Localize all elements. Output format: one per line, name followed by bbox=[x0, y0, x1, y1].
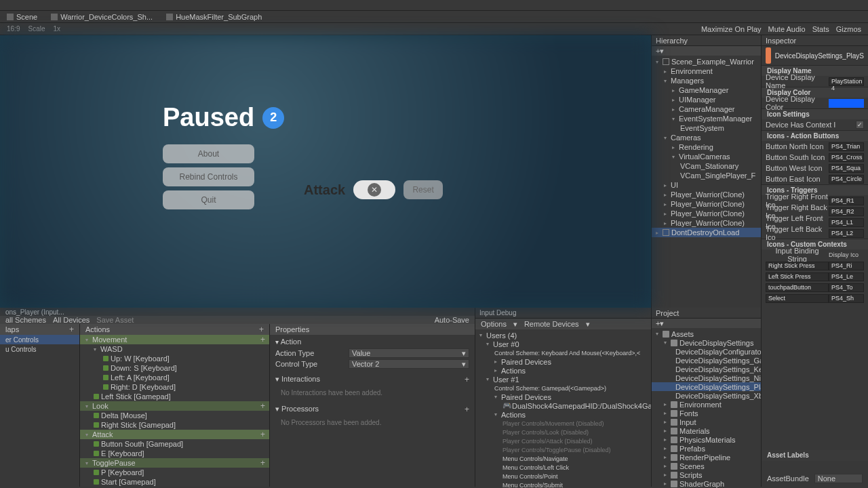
project-toolbar[interactable]: +▾ bbox=[652, 319, 761, 328]
btn-west-field[interactable]: PS4_Squa bbox=[829, 164, 864, 173]
project-folder[interactable]: ▸Scripts bbox=[652, 470, 761, 479]
hierarchy-item[interactable]: EventSystem bbox=[652, 123, 761, 133]
debug-paired[interactable]: ▸Paired Devices bbox=[475, 357, 651, 366]
binding-item[interactable]: Down: S [Keyboard] bbox=[80, 363, 269, 373]
hierarchy-item[interactable]: ▸Rendering bbox=[652, 142, 761, 152]
display-name-field[interactable]: PlayStation 4 bbox=[829, 77, 864, 86]
project-asset[interactable]: DeviceDisplaySettings_Play bbox=[652, 382, 761, 391]
project-folder[interactable]: ▸Scenes bbox=[652, 462, 761, 470]
tab-warrior[interactable]: Warrior_DeviceColors_Sh... bbox=[44, 12, 159, 22]
project-folder[interactable]: ▾DeviceDisplaySettings bbox=[652, 338, 761, 347]
btn-north-field[interactable]: PS4_Trian bbox=[829, 142, 864, 151]
schemes-dropdown[interactable]: all Schemes bbox=[5, 316, 46, 324]
debug-actions[interactable]: ▸Actions bbox=[475, 366, 651, 375]
debug-action[interactable]: Menu Controls/Navigate bbox=[475, 454, 651, 463]
project-folder[interactable]: ▸ShaderGraph bbox=[652, 479, 761, 488]
display-color-swatch[interactable] bbox=[829, 99, 864, 108]
asset-bundle-dropdown[interactable]: None bbox=[814, 474, 863, 483]
action-section[interactable]: ▾ Action bbox=[275, 338, 469, 346]
maximize-toggle[interactable]: Maximize On Play bbox=[701, 25, 762, 33]
hierarchy-item[interactable]: VCam_Stationary bbox=[652, 161, 761, 171]
debug-user[interactable]: ▾User #1 bbox=[475, 375, 651, 384]
trig-lb-field[interactable]: PS4_L2 bbox=[829, 229, 864, 238]
hierarchy-item[interactable]: VCam_SinglePlayer_F bbox=[652, 171, 761, 180]
mute-toggle[interactable]: Mute Audio bbox=[768, 25, 806, 33]
debug-action[interactable]: Player Controls/TogglePause (Disabled) bbox=[475, 445, 651, 454]
project-folder[interactable]: ▸Prefabs bbox=[652, 444, 761, 453]
attack-binding[interactable]: ✕ bbox=[353, 180, 395, 199]
project-asset[interactable]: DeviceDisplaySettings_Key bbox=[652, 365, 761, 373]
hierarchy-item[interactable]: ▸Player_Warrior(Clone) bbox=[652, 190, 761, 199]
hierarchy-item[interactable]: ▸Player_Warrior(Clone) bbox=[652, 218, 761, 228]
autosave-toggle[interactable]: Auto-Save bbox=[435, 316, 469, 324]
hierarchy-toolbar[interactable]: +▾ bbox=[652, 46, 761, 56]
touch-field[interactable]: PS4_To bbox=[829, 283, 864, 292]
remote-devices-dropdown[interactable]: Remote Devices bbox=[524, 320, 579, 328]
project-folder[interactable]: ▾Assets bbox=[652, 329, 761, 338]
debug-action[interactable]: Player Controls/Movement (Disabled) bbox=[475, 419, 651, 428]
select-label[interactable]: Select bbox=[766, 294, 829, 303]
debug-action[interactable]: Menu Controls/Submit bbox=[475, 481, 651, 488]
binding-item[interactable]: Button South [Gamepad] bbox=[80, 439, 269, 449]
tab-huemask[interactable]: HueMaskFilter_SubGraph bbox=[159, 12, 269, 22]
binding-item[interactable]: Start [Gamepad] bbox=[80, 477, 269, 487]
action-map[interactable]: er Controls bbox=[0, 335, 79, 344]
binding-item[interactable]: Right Stick [Gamepad] bbox=[80, 420, 269, 430]
processors-section[interactable]: ▾ Processors+ bbox=[275, 405, 469, 414]
select-field[interactable]: PS4_Sh bbox=[829, 294, 864, 303]
rebind-button[interactable]: Rebind Controls bbox=[163, 167, 254, 186]
hierarchy-item[interactable]: ▸UIManager bbox=[652, 95, 761, 104]
about-button[interactable]: About bbox=[163, 144, 254, 163]
btn-east-field[interactable]: PS4_Circle bbox=[829, 175, 864, 184]
add-binding-button[interactable]: + bbox=[260, 458, 265, 468]
trig-lf-field[interactable]: PS4_L1 bbox=[829, 218, 864, 227]
quit-button[interactable]: Quit bbox=[163, 190, 254, 209]
project-asset[interactable]: DeviceDisplaySettings_Xbo bbox=[652, 391, 761, 400]
action-item[interactable]: ▾Look+ bbox=[80, 401, 269, 411]
add-binding-button[interactable]: + bbox=[260, 430, 265, 439]
debug-action[interactable]: Player Controls/Look (Disabled) bbox=[475, 428, 651, 436]
add-interaction-button[interactable]: + bbox=[465, 375, 469, 384]
lsp-label[interactable]: Left Stick Press bbox=[766, 272, 829, 281]
add-binding-button[interactable]: + bbox=[260, 401, 265, 411]
game-view[interactable]: Paused 2 About Rebind Controls Quit Atta… bbox=[0, 35, 651, 308]
scale-value[interactable]: 1x bbox=[53, 25, 60, 33]
stats-button[interactable]: Stats bbox=[812, 25, 829, 33]
debug-device[interactable]: 🎮DualShock4GamepadHID:/DualShock4Gamepa bbox=[475, 401, 651, 410]
project-asset[interactable]: DeviceDisplaySettings_Nint bbox=[652, 373, 761, 382]
action-map[interactable]: u Controls bbox=[0, 344, 79, 354]
action-item[interactable]: ▾Movement+ bbox=[80, 335, 269, 344]
hierarchy-item[interactable]: ▾EventSystemManager bbox=[652, 114, 761, 123]
action-item[interactable]: ▾TogglePause+ bbox=[80, 458, 269, 468]
has-context-checkbox[interactable] bbox=[856, 121, 864, 129]
reset-button[interactable]: Reset bbox=[403, 180, 443, 199]
interactions-section[interactable]: ▾ Interactions+ bbox=[275, 375, 469, 384]
hierarchy-item[interactable]: ▸GameManager bbox=[652, 85, 761, 95]
binding-item[interactable]: Left Stick [Gamepad] bbox=[80, 392, 269, 401]
project-folder[interactable]: ▸Input bbox=[652, 418, 761, 426]
hierarchy-item[interactable]: ▾Cameras bbox=[652, 133, 761, 142]
hierarchy-item[interactable]: ▸Player_Warrior(Clone) bbox=[652, 209, 761, 218]
debug-action[interactable]: Menu Controls/Left Click bbox=[475, 463, 651, 472]
hierarchy-item[interactable]: ▸UI bbox=[652, 180, 761, 190]
lsp-field[interactable]: PS4_Le bbox=[829, 272, 864, 281]
project-folder[interactable]: ▸Environment bbox=[652, 400, 761, 409]
touch-label[interactable]: touchpadButton bbox=[766, 283, 829, 292]
binding-item[interactable]: Up: W [Keyboard] bbox=[80, 354, 269, 363]
binding-item[interactable]: P [Keyboard] bbox=[80, 468, 269, 477]
debug-paired[interactable]: ▾Paired Devices bbox=[475, 392, 651, 401]
binding-item[interactable]: E [Keyboard] bbox=[80, 449, 269, 458]
add-map-button[interactable]: + bbox=[69, 325, 74, 334]
hierarchy-item[interactable]: ▸Player_Warrior(Clone) bbox=[652, 199, 761, 209]
binding-item[interactable]: Delta [Mouse] bbox=[80, 411, 269, 420]
action-item[interactable]: ▾Attack+ bbox=[80, 430, 269, 439]
debug-action[interactable]: Menu Controls/Point bbox=[475, 472, 651, 481]
add-processor-button[interactable]: + bbox=[465, 405, 469, 414]
debug-action[interactable]: Player Controls/Attack (Disabled) bbox=[475, 436, 651, 445]
rsp-label[interactable]: Right Stick Press bbox=[766, 262, 829, 270]
project-folder[interactable]: ▸PhysicsMaterials bbox=[652, 435, 761, 444]
trig-rb-field[interactable]: PS4_R2 bbox=[829, 207, 864, 216]
btn-south-field[interactable]: PS4_Cross bbox=[829, 153, 864, 162]
tab-scene[interactable]: Scene bbox=[0, 12, 44, 22]
add-action-button[interactable]: + bbox=[259, 325, 264, 334]
